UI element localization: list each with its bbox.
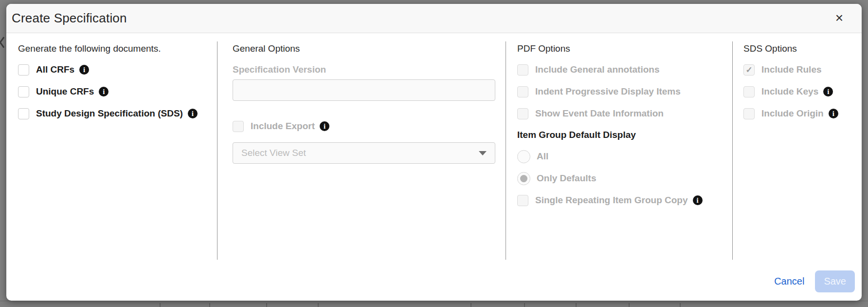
dimmed-background-table bbox=[0, 301, 868, 307]
include-export-checkbox[interactable]: ✓ bbox=[233, 121, 244, 132]
background-table-gridline bbox=[680, 303, 681, 307]
specification-version-label: Specification Version bbox=[233, 64, 495, 75]
checkbox-row-unique-crfs: ✓ Unique CRFs i bbox=[18, 84, 213, 99]
pdf-options-heading: PDF Options bbox=[517, 42, 727, 56]
documents-section: Generate the following documents. ✓ All … bbox=[18, 42, 213, 121]
info-icon[interactable]: i bbox=[823, 87, 833, 96]
all-crfs-label: All CRFs bbox=[36, 64, 74, 75]
sds-options-heading: SDS Options bbox=[743, 42, 860, 56]
include-rules-checkbox[interactable]: ✓ bbox=[743, 64, 755, 76]
dialog-footer: Cancel Save bbox=[774, 270, 855, 292]
radio-row-only-defaults: Only Defaults bbox=[517, 171, 727, 186]
include-keys-checkbox[interactable]: ✓ bbox=[743, 86, 755, 97]
background-table-gridline bbox=[318, 303, 319, 307]
caret-down-icon bbox=[479, 151, 487, 155]
view-set-dropdown[interactable]: Select View Set bbox=[233, 142, 495, 164]
info-icon[interactable]: i bbox=[693, 195, 703, 205]
sds-checkbox[interactable]: ✓ bbox=[18, 108, 29, 119]
info-icon[interactable]: i bbox=[320, 121, 329, 131]
column-divider bbox=[732, 41, 733, 260]
specification-version-input[interactable] bbox=[233, 79, 495, 101]
sds-label: Study Design Specification (SDS) bbox=[36, 108, 183, 119]
single-repeating-label: Single Repeating Item Group Copy bbox=[535, 195, 688, 206]
dialog-header: Create Specification × bbox=[6, 4, 862, 33]
sds-options-section: SDS Options ✓ Include Rules ✓ Include Ke… bbox=[743, 42, 860, 121]
checkbox-row-include-rules: ✓ Include Rules bbox=[743, 62, 860, 77]
dialog-title: Create Specification bbox=[12, 11, 127, 26]
indent-progressive-label: Indent Progressive Display Items bbox=[535, 86, 681, 97]
view-set-placeholder: Select View Set bbox=[241, 148, 306, 158]
unique-crfs-label: Unique CRFs bbox=[36, 86, 94, 97]
include-origin-label: Include Origin bbox=[761, 108, 824, 119]
background-page-fragment bbox=[0, 36, 4, 49]
documents-heading: Generate the following documents. bbox=[18, 42, 213, 56]
close-icon[interactable]: × bbox=[835, 11, 843, 24]
background-table-gridline bbox=[160, 303, 161, 307]
create-specification-dialog: Create Specification × Generate the foll… bbox=[6, 4, 862, 301]
info-icon[interactable]: i bbox=[79, 65, 89, 75]
item-group-default-display-heading: Item Group Default Display bbox=[517, 129, 727, 141]
checkbox-row-include-keys: ✓ Include Keys i bbox=[743, 84, 860, 99]
check-icon: ✓ bbox=[745, 66, 752, 74]
info-icon[interactable]: i bbox=[188, 109, 198, 118]
checkbox-row-include-general-annotations: ✓ Include General annotations bbox=[517, 62, 727, 77]
info-icon[interactable]: i bbox=[99, 87, 108, 96]
radio-row-all: All bbox=[517, 149, 727, 164]
pdf-options-section: PDF Options ✓ Include General annotation… bbox=[517, 42, 727, 208]
include-export-label: Include Export bbox=[251, 121, 315, 132]
show-event-date-label: Show Event Date Information bbox=[535, 108, 664, 119]
all-crfs-checkbox[interactable]: ✓ bbox=[18, 64, 29, 76]
indent-progressive-checkbox[interactable]: ✓ bbox=[517, 86, 528, 97]
checkbox-row-include-origin: ✓ Include Origin i bbox=[743, 106, 860, 121]
include-keys-label: Include Keys bbox=[761, 86, 818, 97]
checkbox-row-indent-progressive: ✓ Indent Progressive Display Items bbox=[517, 84, 727, 99]
checkbox-row-single-repeating: ✓ Single Repeating Item Group Copy i bbox=[517, 193, 727, 208]
only-defaults-radio-label: Only Defaults bbox=[537, 173, 596, 184]
background-table-gridline bbox=[629, 303, 630, 307]
checkbox-row-include-export: ✓ Include Export i bbox=[233, 119, 495, 134]
checkbox-row-sds: ✓ Study Design Specification (SDS) i bbox=[18, 106, 213, 121]
all-radio[interactable] bbox=[517, 150, 530, 163]
background-table-gridline bbox=[266, 303, 267, 307]
checkbox-row-show-event-date: ✓ Show Event Date Information bbox=[517, 106, 727, 121]
background-table-gridline bbox=[209, 303, 210, 307]
background-table-gridline bbox=[524, 303, 525, 307]
include-general-annotations-checkbox[interactable]: ✓ bbox=[517, 64, 528, 76]
cancel-button[interactable]: Cancel bbox=[774, 276, 804, 287]
include-general-annotations-label: Include General annotations bbox=[535, 64, 660, 75]
info-icon[interactable]: i bbox=[829, 109, 838, 118]
show-event-date-checkbox[interactable]: ✓ bbox=[517, 108, 528, 119]
single-repeating-checkbox[interactable]: ✓ bbox=[517, 195, 528, 206]
background-table-gridline bbox=[470, 303, 471, 307]
column-divider bbox=[506, 41, 506, 260]
save-button[interactable]: Save bbox=[815, 270, 855, 292]
general-options-heading: General Options bbox=[233, 42, 495, 56]
background-table-gridline bbox=[576, 303, 577, 307]
column-divider bbox=[217, 41, 217, 260]
general-options-section: General Options Specification Version ✓ … bbox=[233, 42, 495, 164]
checkbox-row-all-crfs: ✓ All CRFs i bbox=[18, 62, 213, 77]
include-origin-checkbox[interactable]: ✓ bbox=[743, 108, 755, 119]
unique-crfs-checkbox[interactable]: ✓ bbox=[18, 86, 29, 97]
include-rules-label: Include Rules bbox=[761, 64, 822, 75]
only-defaults-radio[interactable] bbox=[517, 172, 530, 185]
all-radio-label: All bbox=[537, 151, 548, 162]
